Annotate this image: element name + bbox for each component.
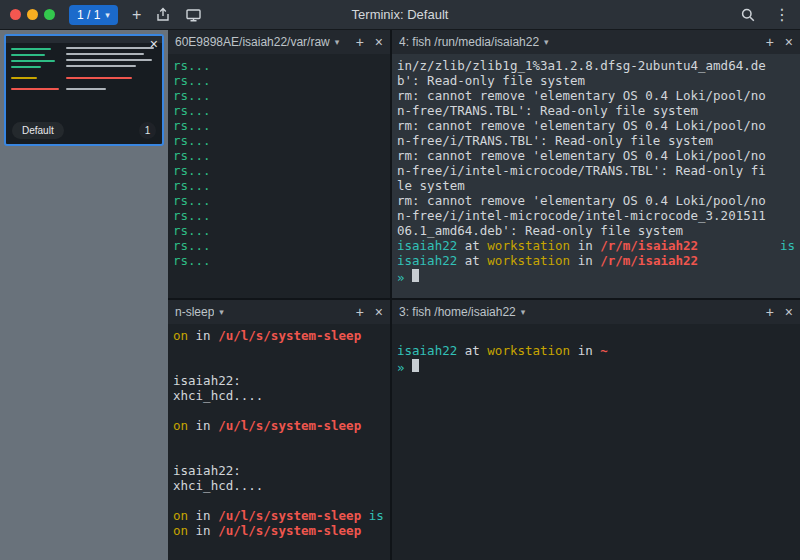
preview-line <box>66 59 152 61</box>
preview-line <box>66 47 154 49</box>
close-terminal-button[interactable]: × <box>375 305 383 319</box>
terminal-output[interactable]: on in /u/l/s/system-sleepisaiah22:xhci_h… <box>168 324 390 560</box>
preview-line <box>66 88 106 90</box>
terminal-line: on in /u/l/s/system-sleep <box>173 523 385 538</box>
session-sidebar: × Default 1 <box>0 30 168 560</box>
detach-terminal-icon[interactable] <box>155 7 171 23</box>
chevron-down-icon: ▾ <box>335 37 340 47</box>
terminal-line <box>173 433 385 448</box>
terminal-text-segment: n-free/i/intel-microcode/TRANS.TBL': Rea… <box>397 163 766 178</box>
close-terminal-button[interactable]: × <box>785 35 793 49</box>
terminal-text-segment: in <box>570 253 600 268</box>
terminal-text-segment: /r/m/isaiah22 <box>600 238 698 253</box>
terminal-line: rs... <box>173 178 385 193</box>
pane-title: 3: fish /home/isaiah22 <box>399 305 516 319</box>
terminal-line: » <box>397 358 795 373</box>
preview-line <box>11 60 55 62</box>
search-icon[interactable] <box>740 7 756 23</box>
terminal-text-segment: xhci_hcd.... <box>173 388 263 403</box>
maximize-window-button[interactable] <box>44 9 55 20</box>
terminal-text-segment: in <box>570 343 600 358</box>
terminal-text-segment: rs... <box>173 103 211 118</box>
session-selector-button[interactable]: 1 / 1 ▾ <box>69 5 118 25</box>
session-name-badge: Default <box>12 122 64 139</box>
pane-header[interactable]: 60E9898AE/isaiah22/var/raw ▾ + × <box>168 30 390 54</box>
terminal-text-segment: rs... <box>173 163 211 178</box>
close-window-button[interactable] <box>10 9 21 20</box>
pane-header[interactable]: 3: fish /home/isaiah22 ▾ + × <box>392 300 800 324</box>
terminal-line: n-free/i/TRANS.TBL': Read-only file syst… <box>397 133 795 148</box>
close-terminal-button[interactable]: × <box>785 305 793 319</box>
pane-header[interactable]: n-sleep ▾ + × <box>168 300 390 324</box>
new-session-button[interactable]: + <box>132 7 141 23</box>
session-thumbnail[interactable]: × Default 1 <box>4 34 164 146</box>
close-session-button[interactable]: × <box>150 37 158 51</box>
terminal-text-segment: at <box>457 253 487 268</box>
terminal-text-segment: n-free/i/intel-microcode/intel-microcode… <box>397 208 766 223</box>
terminal-text-segment: isaiah22: <box>173 373 241 388</box>
menu-kebab-icon[interactable]: ⋮ <box>774 7 790 23</box>
terminal-line: rs... <box>173 253 385 268</box>
terminal-grid: 60E9898AE/isaiah22/var/raw ▾ + × rs...rs… <box>168 30 800 560</box>
terminal-output[interactable]: isaiah22 at workstation in ~» <box>392 324 800 560</box>
window-title: Terminix: Default <box>352 7 449 22</box>
pane-title: 4: fish /run/media/isaiah22 <box>399 35 539 49</box>
terminal-text-segment: in <box>570 238 600 253</box>
terminix-window: 1 / 1 ▾ + Terminix: Default <box>0 0 800 560</box>
terminal-line: rm: cannot remove 'elementary OS 0.4 Lok… <box>397 148 795 163</box>
terminal-text-segment: n-free/i/TRANS.TBL': Read-only file syst… <box>397 133 713 148</box>
preview-line <box>11 88 59 90</box>
pane-bottom-left: n-sleep ▾ + × on in /u/l/s/system-sleepi… <box>168 300 390 560</box>
close-terminal-button[interactable]: × <box>375 35 383 49</box>
terminal-line: rs... <box>173 238 385 253</box>
terminal-line: isaiah22 at workstation in ~ <box>397 343 795 358</box>
add-terminal-button[interactable]: + <box>356 305 364 319</box>
terminal-line: on in /u/l/s/system-sleep <box>173 418 385 433</box>
terminal-text-segment: at <box>457 238 487 253</box>
terminal-line: rm: cannot remove 'elementary OS 0.4 Lok… <box>397 88 795 103</box>
minimize-window-button[interactable] <box>27 9 38 20</box>
pane-header[interactable]: 4: fish /run/media/isaiah22 ▾ + × <box>392 30 800 54</box>
session-selector-label: 1 / 1 <box>77 8 100 22</box>
terminal-text-segment: on <box>173 418 188 433</box>
terminal-text-segment: rs... <box>173 238 211 253</box>
pane-bottom-right: 3: fish /home/isaiah22 ▾ + × isaiah22 at… <box>392 300 800 560</box>
terminal-text-segment: 06.1_amd64.deb': Read-only file system <box>397 223 683 238</box>
terminal-line: rs... <box>173 73 385 88</box>
terminal-line: rs... <box>173 223 385 238</box>
terminal-line: » <box>397 268 795 283</box>
terminal-line <box>397 328 795 343</box>
monitor-icon[interactable] <box>185 7 202 23</box>
workspace: × Default 1 60E9898AE/isaiah22/var/raw ▾… <box>0 30 800 560</box>
terminal-line: rs... <box>173 163 385 178</box>
terminal-text-segment: on <box>173 328 188 343</box>
terminal-output[interactable]: in/z/zlib/zlib1g_1%3a1.2.8.dfsg-2ubuntu4… <box>392 54 800 298</box>
terminal-line: 06.1_amd64.deb': Read-only file system <box>397 223 795 238</box>
terminal-text-segment: in <box>188 418 218 433</box>
terminal-line: n-free/i/intel-microcode/intel-microcode… <box>397 208 795 223</box>
terminal-line: rs... <box>173 88 385 103</box>
terminal-text-segment: rs... <box>173 118 211 133</box>
thumbnail-titlebar <box>6 36 162 43</box>
chevron-down-icon: ▾ <box>105 10 110 20</box>
preview-line <box>66 53 144 55</box>
terminal-text-segment: le system <box>397 178 465 193</box>
terminal-output[interactable]: rs...rs...rs...rs...rs...rs...rs...rs...… <box>168 54 390 298</box>
preview-line <box>11 54 45 56</box>
terminal-text-segment: » <box>397 270 412 285</box>
terminal-line: b': Read-only file system <box>397 73 795 88</box>
add-terminal-button[interactable]: + <box>766 305 774 319</box>
terminal-line: isaiah22 at workstation in /r/m/isaiah22 <box>397 253 795 268</box>
terminal-text-segment: rs... <box>173 193 211 208</box>
chevron-down-icon: ▾ <box>219 307 224 317</box>
terminal-text-segment: rm: cannot remove 'elementary OS 0.4 Lok… <box>397 193 766 208</box>
add-terminal-button[interactable]: + <box>766 35 774 49</box>
terminal-text-segment: in <box>188 523 218 538</box>
terminal-line: le system <box>397 178 795 193</box>
add-terminal-button[interactable]: + <box>356 35 364 49</box>
chevron-down-icon: ▾ <box>521 307 526 317</box>
terminal-line: on in /u/l/s/system-sleep <box>173 328 385 343</box>
terminal-line <box>173 358 385 373</box>
terminal-text-segment: isaiah22 <box>397 253 457 268</box>
terminal-text-segment: rs... <box>173 253 211 268</box>
